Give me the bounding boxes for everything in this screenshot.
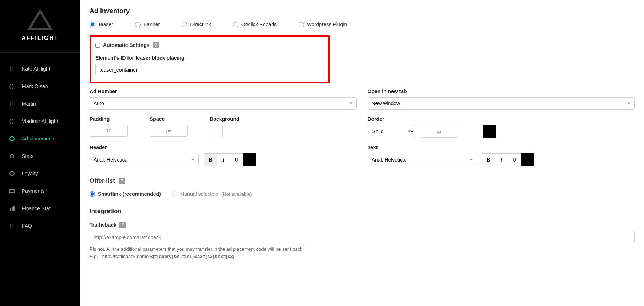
background-label: Background (210, 116, 240, 122)
svg-point-6 (10, 171, 14, 176)
svg-text:{ }: { } (9, 119, 13, 124)
radio-manual-label: Manual selection (180, 191, 218, 197)
trafficback-label: Trafficback (90, 222, 116, 228)
sidebar-item-label: Finance Stat (22, 206, 51, 211)
sidebar-item-label: Loyalty (22, 171, 38, 176)
automatic-settings-label: Automatic Settings (103, 42, 150, 48)
border-width-input[interactable] (420, 126, 458, 138)
padding-input[interactable] (90, 125, 128, 137)
element-id-label: Element's ID for teaser block placing (95, 55, 324, 61)
help-icon[interactable]: ? (119, 222, 126, 228)
braces-icon: { } (9, 65, 15, 72)
radio-wordpress-plugin[interactable]: Wordpress Plugin (299, 21, 347, 27)
radio-onclick-popads-label: Onclick Popads (241, 21, 277, 27)
sidebar-item-label: Mark Olsen (22, 83, 48, 89)
radio-onclick-popads-input[interactable] (233, 22, 238, 27)
sidebar-item-kate[interactable]: { } Kate Affilight (0, 60, 80, 78)
radio-teaser-input[interactable] (90, 22, 95, 27)
refresh-icon (9, 153, 15, 159)
logo-triangle-icon (27, 9, 53, 31)
ad-number-select[interactable]: Auto (90, 97, 357, 110)
braces-icon: { } (9, 118, 15, 124)
open-tab-select[interactable]: New window (368, 97, 635, 110)
svg-rect-9 (10, 208, 11, 211)
header-color-swatch[interactable] (243, 153, 256, 166)
radio-directlink-label: Directlink (190, 21, 211, 27)
not-available-text: (Not available) (221, 191, 252, 197)
ad-type-radios: Teaser Banner Directlink Onclick Popads … (90, 21, 635, 27)
svg-rect-8 (10, 189, 12, 190)
sidebar-item-loyalty[interactable]: Loyalty (0, 165, 80, 182)
offer-list-heading: Offer list ? (90, 177, 635, 184)
svg-rect-10 (12, 207, 13, 211)
sidebar-item-finance-stat[interactable]: Finance Stat (0, 200, 80, 217)
header-underline-button[interactable]: U (230, 153, 243, 166)
radio-onclick-popads[interactable]: Onclick Popads (233, 21, 277, 27)
trafficback-input[interactable] (90, 231, 635, 243)
text-label: Text (368, 144, 635, 150)
text-underline-button[interactable]: U (508, 153, 521, 166)
radio-banner-label: Banner (143, 21, 160, 27)
radio-wordpress-plugin-label: Wordpress Plugin (307, 21, 347, 27)
sidebar-item-label: Vladimir Affilight (22, 118, 58, 124)
sidebar-item-mark[interactable]: { } Mark Olsen (0, 78, 80, 95)
integration-heading: Integration (90, 208, 635, 215)
loyalty-icon (9, 170, 15, 177)
svg-marker-0 (29, 11, 51, 29)
sidebar-item-vladimir[interactable]: { } Vladimir Affilight (0, 112, 80, 130)
sidebar-item-label: Ad placements (22, 136, 56, 142)
svg-text:{ }: { } (9, 66, 13, 71)
radio-teaser[interactable]: Teaser (90, 21, 113, 27)
svg-text:{ }: { } (9, 223, 13, 228)
radio-directlink-input[interactable] (182, 22, 187, 27)
sidebar-item-label: Payments (22, 188, 44, 194)
ad-inventory-heading: Ad inventory (90, 7, 635, 15)
border-style-select[interactable]: Solid (368, 125, 415, 138)
text-italic-button[interactable]: I (495, 153, 508, 166)
sidebar-item-martin[interactable]: { } Martin (0, 95, 80, 112)
sidebar-item-faq[interactable]: { } FAQ (0, 217, 80, 235)
sidebar-nav: { } Kate Affilight { } Mark Olsen { } Ma… (0, 53, 80, 235)
space-label: Space (150, 116, 188, 122)
radio-smartlink-label: Smartlink (recommended) (98, 191, 161, 197)
header-font-select[interactable]: Arial, Helvetica (90, 154, 199, 166)
svg-point-5 (10, 136, 14, 141)
braces-icon: { } (9, 100, 15, 107)
braces-icon: { } (9, 83, 15, 90)
space-input[interactable] (150, 125, 188, 137)
logo: AFFILIGHT (0, 0, 80, 53)
header-bold-button[interactable]: B (204, 153, 217, 166)
logo-text: AFFILIGHT (0, 35, 80, 41)
automatic-settings-checkbox[interactable] (95, 43, 100, 48)
sidebar-item-label: Kate Affilight (22, 66, 50, 72)
padding-label: Padding (90, 116, 128, 122)
radio-smartlink-input[interactable] (90, 191, 95, 197)
radio-directlink[interactable]: Directlink (182, 21, 211, 27)
background-color-swatch[interactable] (210, 125, 223, 138)
radio-banner-input[interactable] (135, 22, 141, 27)
radio-banner[interactable]: Banner (135, 21, 160, 27)
header-italic-button[interactable]: I (217, 153, 230, 166)
sidebar-item-payments[interactable]: Payments (0, 182, 80, 200)
sidebar: AFFILIGHT { } Kate Affilight { } Mark Ol… (0, 0, 80, 306)
svg-text:{ }: { } (9, 101, 13, 106)
text-font-select[interactable]: Arial, Helvetica (368, 154, 477, 166)
header-label: Header (90, 144, 357, 150)
text-color-swatch[interactable] (521, 153, 534, 166)
radio-wordpress-plugin-input[interactable] (299, 22, 304, 27)
sidebar-item-label: FAQ (22, 223, 32, 229)
text-bold-button[interactable]: B (482, 153, 495, 166)
sidebar-item-ad-placements[interactable]: Ad placements (0, 130, 80, 147)
main-content: Ad inventory Teaser Banner Directlink On… (80, 0, 644, 306)
sidebar-item-label: Stats (22, 153, 33, 159)
help-icon[interactable]: ? (119, 178, 125, 184)
help-icon[interactable]: ? (153, 42, 159, 48)
braces-dotted-icon: { } (9, 223, 15, 229)
border-color-swatch[interactable] (483, 125, 496, 138)
trafficback-note: Pls not. All the additional parameters t… (90, 246, 635, 260)
radio-manual[interactable]: Manual selection (Not available) (172, 191, 252, 197)
element-id-input[interactable] (95, 64, 324, 76)
highlighted-settings-box: Automatic Settings ? Element's ID for te… (90, 35, 330, 83)
sidebar-item-stats[interactable]: Stats (0, 147, 80, 165)
radio-smartlink[interactable]: Smartlink (recommended) (90, 191, 161, 197)
